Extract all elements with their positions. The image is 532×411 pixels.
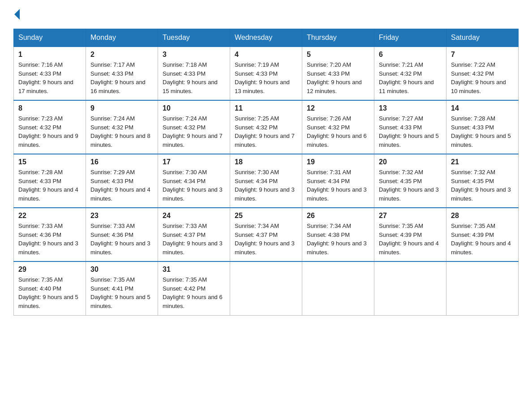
day-header-saturday: Saturday: [446, 29, 519, 47]
day-header-sunday: Sunday: [14, 29, 86, 47]
day-number: 1: [18, 51, 81, 59]
day-info: Sunrise: 7:35 AMSunset: 4:39 PMDaylight:…: [379, 222, 442, 257]
calendar-cell-day-6: 6Sunrise: 7:21 AMSunset: 4:32 PMDaylight…: [374, 47, 446, 100]
day-info: Sunrise: 7:33 AMSunset: 4:37 PMDaylight:…: [163, 222, 225, 257]
day-number: 15: [18, 158, 81, 166]
calendar-cell-day-10: 10Sunrise: 7:24 AMSunset: 4:32 PMDayligh…: [158, 100, 230, 154]
day-info: Sunrise: 7:28 AMSunset: 4:33 PMDaylight:…: [18, 168, 81, 203]
day-info: Sunrise: 7:32 AMSunset: 4:35 PMDaylight:…: [451, 168, 514, 203]
calendar-cell-day-3: 3Sunrise: 7:18 AMSunset: 4:33 PMDaylight…: [158, 47, 230, 100]
calendar-cell-day-8: 8Sunrise: 7:23 AMSunset: 4:32 PMDaylight…: [14, 100, 86, 154]
day-number: 28: [451, 212, 514, 220]
calendar-week-row: 1Sunrise: 7:16 AMSunset: 4:33 PMDaylight…: [14, 47, 519, 100]
day-info: Sunrise: 7:35 AMSunset: 4:39 PMDaylight:…: [451, 222, 514, 257]
day-number: 10: [163, 104, 225, 112]
calendar-cell-day-18: 18Sunrise: 7:30 AMSunset: 4:34 PMDayligh…: [230, 154, 302, 208]
day-number: 29: [18, 265, 81, 274]
day-number: 9: [90, 104, 153, 112]
logo: [13, 9, 20, 20]
day-info: Sunrise: 7:22 AMSunset: 4:32 PMDaylight:…: [451, 60, 514, 95]
day-info: Sunrise: 7:35 AMSunset: 4:42 PMDaylight:…: [163, 275, 225, 310]
day-number: 22: [18, 212, 81, 220]
day-number: 19: [307, 158, 369, 166]
day-info: Sunrise: 7:34 AMSunset: 4:37 PMDaylight:…: [235, 222, 297, 257]
calendar-cell-day-27: 27Sunrise: 7:35 AMSunset: 4:39 PMDayligh…: [374, 208, 446, 261]
calendar-cell-day-25: 25Sunrise: 7:34 AMSunset: 4:37 PMDayligh…: [230, 208, 302, 261]
day-number: 16: [90, 158, 153, 166]
day-header-friday: Friday: [374, 29, 446, 47]
calendar-cell-day-29: 29Sunrise: 7:35 AMSunset: 4:40 PMDayligh…: [14, 261, 86, 315]
day-info: Sunrise: 7:19 AMSunset: 4:33 PMDaylight:…: [235, 60, 297, 95]
day-number: 23: [90, 212, 153, 220]
empty-cell: [230, 261, 302, 315]
day-number: 8: [18, 104, 81, 112]
day-info: Sunrise: 7:30 AMSunset: 4:34 PMDaylight:…: [163, 168, 225, 203]
calendar-cell-day-26: 26Sunrise: 7:34 AMSunset: 4:38 PMDayligh…: [302, 208, 374, 261]
day-info: Sunrise: 7:20 AMSunset: 4:33 PMDaylight:…: [307, 60, 369, 95]
day-header-tuesday: Tuesday: [158, 29, 230, 47]
calendar-week-row: 29Sunrise: 7:35 AMSunset: 4:40 PMDayligh…: [14, 261, 519, 315]
day-info: Sunrise: 7:33 AMSunset: 4:36 PMDaylight:…: [90, 222, 153, 257]
day-info: Sunrise: 7:33 AMSunset: 4:36 PMDaylight:…: [18, 222, 81, 257]
day-info: Sunrise: 7:25 AMSunset: 4:32 PMDaylight:…: [235, 114, 297, 149]
day-number: 2: [90, 51, 153, 59]
day-info: Sunrise: 7:17 AMSunset: 4:33 PMDaylight:…: [90, 60, 153, 95]
calendar-week-row: 22Sunrise: 7:33 AMSunset: 4:36 PMDayligh…: [14, 208, 519, 261]
day-number: 12: [307, 104, 369, 112]
calendar-cell-day-31: 31Sunrise: 7:35 AMSunset: 4:42 PMDayligh…: [158, 261, 230, 315]
day-info: Sunrise: 7:21 AMSunset: 4:32 PMDaylight:…: [379, 60, 442, 95]
day-info: Sunrise: 7:31 AMSunset: 4:34 PMDaylight:…: [307, 168, 369, 203]
day-info: Sunrise: 7:16 AMSunset: 4:33 PMDaylight:…: [18, 60, 81, 95]
day-info: Sunrise: 7:32 AMSunset: 4:35 PMDaylight:…: [379, 168, 442, 203]
day-info: Sunrise: 7:27 AMSunset: 4:33 PMDaylight:…: [379, 114, 442, 149]
day-number: 5: [307, 51, 369, 59]
day-info: Sunrise: 7:26 AMSunset: 4:32 PMDaylight:…: [307, 114, 369, 149]
calendar-cell-day-2: 2Sunrise: 7:17 AMSunset: 4:33 PMDaylight…: [86, 47, 158, 100]
day-info: Sunrise: 7:28 AMSunset: 4:33 PMDaylight:…: [451, 114, 514, 149]
calendar-cell-day-11: 11Sunrise: 7:25 AMSunset: 4:32 PMDayligh…: [230, 100, 302, 154]
day-number: 24: [163, 212, 225, 220]
day-number: 27: [379, 212, 442, 220]
calendar-cell-day-4: 4Sunrise: 7:19 AMSunset: 4:33 PMDaylight…: [230, 47, 302, 100]
day-info: Sunrise: 7:24 AMSunset: 4:32 PMDaylight:…: [163, 114, 225, 149]
calendar-cell-day-14: 14Sunrise: 7:28 AMSunset: 4:33 PMDayligh…: [446, 100, 519, 154]
day-info: Sunrise: 7:35 AMSunset: 4:41 PMDaylight:…: [90, 275, 153, 310]
day-number: 7: [451, 51, 514, 59]
calendar-table: SundayMondayTuesdayWednesdayThursdayFrid…: [13, 29, 519, 316]
calendar-cell-day-21: 21Sunrise: 7:32 AMSunset: 4:35 PMDayligh…: [446, 154, 519, 208]
calendar-cell-day-16: 16Sunrise: 7:29 AMSunset: 4:33 PMDayligh…: [86, 154, 158, 208]
calendar-cell-day-5: 5Sunrise: 7:20 AMSunset: 4:33 PMDaylight…: [302, 47, 374, 100]
calendar-cell-day-22: 22Sunrise: 7:33 AMSunset: 4:36 PMDayligh…: [14, 208, 86, 261]
day-number: 31: [163, 265, 225, 274]
calendar-cell-day-30: 30Sunrise: 7:35 AMSunset: 4:41 PMDayligh…: [86, 261, 158, 315]
empty-cell: [446, 261, 519, 315]
day-info: Sunrise: 7:29 AMSunset: 4:33 PMDaylight:…: [90, 168, 153, 203]
calendar-cell-day-7: 7Sunrise: 7:22 AMSunset: 4:32 PMDaylight…: [446, 47, 519, 100]
day-number: 6: [379, 51, 442, 59]
day-header-thursday: Thursday: [302, 29, 374, 47]
calendar-cell-day-13: 13Sunrise: 7:27 AMSunset: 4:33 PMDayligh…: [374, 100, 446, 154]
calendar-cell-day-15: 15Sunrise: 7:28 AMSunset: 4:33 PMDayligh…: [14, 154, 86, 208]
calendar-cell-day-20: 20Sunrise: 7:32 AMSunset: 4:35 PMDayligh…: [374, 154, 446, 208]
calendar-cell-day-17: 17Sunrise: 7:30 AMSunset: 4:34 PMDayligh…: [158, 154, 230, 208]
logo-flag-icon: [14, 9, 20, 20]
day-number: 14: [451, 104, 514, 112]
day-number: 21: [451, 158, 514, 166]
calendar-cell-day-19: 19Sunrise: 7:31 AMSunset: 4:34 PMDayligh…: [302, 154, 374, 208]
calendar-cell-day-28: 28Sunrise: 7:35 AMSunset: 4:39 PMDayligh…: [446, 208, 519, 261]
day-number: 11: [235, 104, 297, 112]
calendar-cell-day-24: 24Sunrise: 7:33 AMSunset: 4:37 PMDayligh…: [158, 208, 230, 261]
calendar-header-row: SundayMondayTuesdayWednesdayThursdayFrid…: [14, 29, 519, 47]
day-header-wednesday: Wednesday: [230, 29, 302, 47]
empty-cell: [374, 261, 446, 315]
calendar-cell-day-12: 12Sunrise: 7:26 AMSunset: 4:32 PMDayligh…: [302, 100, 374, 154]
day-number: 3: [163, 51, 225, 59]
day-header-monday: Monday: [86, 29, 158, 47]
calendar-cell-day-1: 1Sunrise: 7:16 AMSunset: 4:33 PMDaylight…: [14, 47, 86, 100]
day-number: 20: [379, 158, 442, 166]
day-info: Sunrise: 7:30 AMSunset: 4:34 PMDaylight:…: [235, 168, 297, 203]
calendar-cell-day-9: 9Sunrise: 7:24 AMSunset: 4:32 PMDaylight…: [86, 100, 158, 154]
day-number: 18: [235, 158, 297, 166]
day-info: Sunrise: 7:24 AMSunset: 4:32 PMDaylight:…: [90, 114, 153, 149]
day-info: Sunrise: 7:23 AMSunset: 4:32 PMDaylight:…: [18, 114, 81, 149]
